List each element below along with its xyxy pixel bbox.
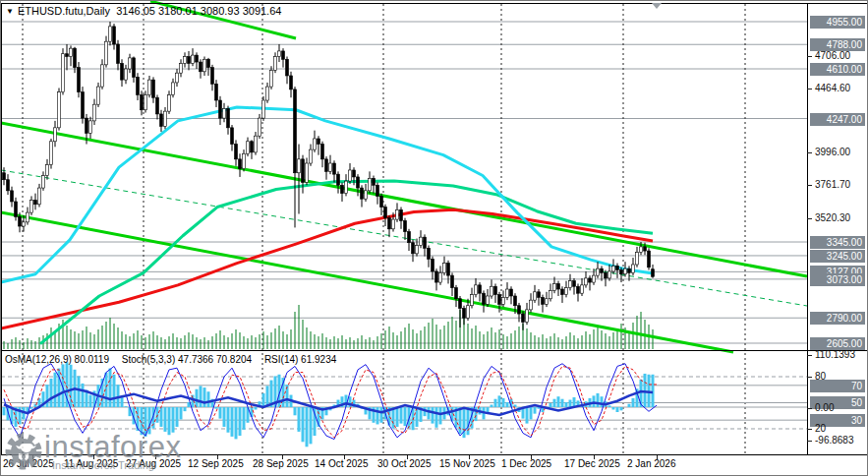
oscillator-scale-label: -96.8683 — [815, 435, 853, 446]
price-line-label: 3345.00 — [810, 236, 865, 249]
price-scale-tick-label: 3761.70 — [815, 179, 850, 190]
price-line-label: 4610.00 — [810, 63, 865, 76]
candle-body — [392, 219, 395, 229]
candle-body — [459, 299, 462, 309]
candle-body — [432, 259, 434, 271]
candle-body — [361, 188, 364, 199]
price-chart[interactable] — [1, 1, 868, 476]
candle-body — [164, 111, 167, 126]
candle-body — [479, 285, 482, 293]
instaforex-watermark: instaforex Instant Forex Trading — [3, 431, 181, 472]
chart-shift-marker[interactable] — [652, 3, 662, 9]
candle-body — [353, 170, 356, 177]
candle-body — [247, 142, 250, 154]
candle-body — [137, 77, 140, 94]
candle-body — [624, 268, 627, 274]
candle-body — [597, 268, 600, 275]
symbol-timeframe-label: ETHUSD.futu,Daily — [18, 5, 110, 17]
candle-body — [223, 108, 226, 118]
candle-body — [325, 159, 328, 172]
date-label: 30 Oct 2025 — [377, 458, 431, 469]
date-tick — [469, 455, 470, 459]
candle-body — [648, 251, 651, 268]
candle-body — [176, 73, 179, 83]
candle-body — [483, 293, 486, 304]
candle-body — [514, 296, 517, 306]
date-tick — [282, 455, 283, 459]
candle-body — [23, 222, 26, 226]
candle-body — [255, 136, 258, 152]
candle-body — [542, 297, 545, 304]
candle-body — [145, 94, 147, 109]
candle-body — [302, 159, 305, 183]
candle-body — [318, 139, 320, 145]
candle-body — [172, 83, 175, 95]
candle-body — [101, 65, 104, 87]
candle-body — [66, 54, 69, 57]
candle-body — [357, 177, 360, 188]
candle-body — [341, 185, 344, 193]
candle-body — [384, 208, 387, 218]
candle-body — [184, 56, 187, 63]
price-line-label: 3245.00 — [810, 250, 865, 263]
candle-body — [27, 212, 29, 222]
axis-tick — [807, 355, 812, 356]
candle-body — [196, 55, 199, 62]
candle-body — [78, 68, 81, 92]
axis-tick — [807, 218, 812, 219]
date-tick — [217, 455, 218, 459]
candle-body — [310, 149, 313, 163]
candle-body — [369, 178, 372, 191]
date-label: 12 Sep 2025 — [188, 458, 244, 469]
axis-tick — [807, 377, 812, 378]
candle-body — [270, 70, 273, 87]
candle-body — [141, 94, 144, 109]
date-label: 14 Oct 2025 — [315, 458, 368, 469]
candle-body — [243, 153, 246, 168]
candle-body — [152, 80, 155, 97]
candle-body — [231, 128, 234, 145]
candle-body — [443, 264, 446, 273]
candle-body — [400, 209, 403, 220]
candle-body — [42, 176, 45, 189]
candle-body — [546, 299, 549, 305]
candle-body — [380, 196, 383, 207]
candle-body — [188, 56, 191, 63]
candle-body — [93, 104, 96, 121]
date-tick — [407, 455, 408, 459]
candle-body — [251, 142, 254, 152]
candle-body — [133, 58, 136, 77]
candle-body — [200, 62, 203, 72]
oscillator-scale-label: 0.00 — [815, 402, 834, 413]
candle-body — [439, 272, 442, 282]
candle-body — [616, 266, 619, 269]
candle-body — [314, 139, 317, 149]
date-tick — [594, 455, 595, 459]
candle-body — [148, 80, 151, 94]
candle-body — [211, 68, 214, 85]
candle-body — [58, 92, 61, 128]
chart-window: ▼ETHUSD.futu,Daily 3146.05 3180.01 3080.… — [0, 0, 868, 476]
candle-body — [349, 170, 352, 181]
candle-body — [416, 246, 419, 254]
candle-body — [82, 92, 85, 118]
candle-body — [117, 44, 120, 63]
candle-body — [467, 306, 470, 319]
stoch-label: Stoch(5,3,3) 47.7366 70.8204 — [122, 354, 252, 365]
candle-body — [266, 87, 269, 100]
candle-body — [451, 275, 454, 288]
chart-dropdown-icon[interactable]: ▼ — [6, 7, 14, 16]
candle-body — [487, 296, 490, 304]
candle-body — [219, 100, 222, 118]
candle-body — [569, 281, 572, 288]
candle-body — [577, 286, 580, 293]
date-label: 15 Nov 2025 — [439, 458, 495, 469]
candle-body — [15, 202, 18, 216]
candle-body — [608, 271, 611, 278]
osma-label: OsMA(12,26,9) 80.0119 — [5, 354, 109, 365]
candle-body — [274, 56, 277, 70]
candle-body — [121, 63, 124, 80]
candle-body — [526, 310, 529, 323]
candle-body — [180, 63, 183, 73]
candle-body — [125, 69, 128, 80]
